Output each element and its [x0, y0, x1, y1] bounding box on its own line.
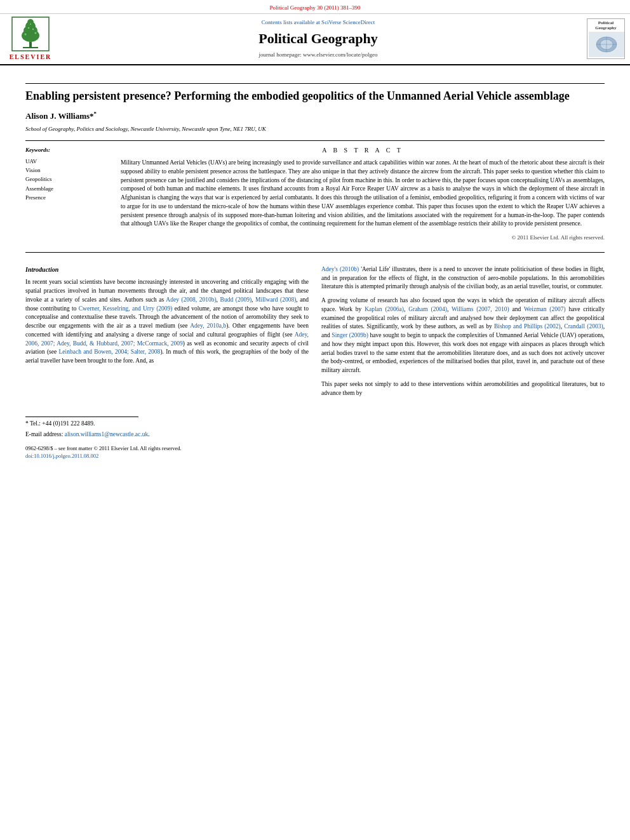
ref-adey-2008[interactable]: Adey (2008, 2010b)	[166, 297, 216, 303]
journal-header: Political Geography 30 (2011) 381–390	[0, 0, 630, 65]
ref-millward[interactable]: Millward (2008)	[255, 297, 296, 303]
top-divider	[25, 83, 605, 84]
abstract-col: A B S T R A C T Military Unmanned Aerial…	[121, 146, 605, 242]
article-columns: Introduction In recent years social scie…	[25, 265, 605, 460]
right-para-2: A growing volume of research has also fo…	[321, 297, 605, 375]
ref-weizman[interactable]: Weizman (2007)	[524, 306, 566, 312]
ref-bishop[interactable]: Bishop and Phillips (2002)	[494, 323, 561, 330]
email-link[interactable]: alison.williams1@newcastle.ac.uk	[65, 431, 148, 437]
col-left: Introduction In recent years social scie…	[25, 265, 309, 460]
journal-homepage: journal homepage: www.elsevier.com/locat…	[56, 51, 580, 59]
abstract-text: Military Unmanned Aerial Vehicles (UAVs)…	[121, 159, 605, 229]
svg-point-6	[25, 33, 27, 35]
doi-link[interactable]: doi:10.1016/j.polgeo.2011.08.002	[25, 453, 98, 459]
svg-point-8	[28, 27, 29, 28]
journal-name: Political Geography	[56, 29, 580, 49]
ref-williams-2007[interactable]: Williams (2007, 2010)	[452, 306, 509, 312]
page: Political Geography 30 (2011) 381–390	[0, 0, 630, 840]
ref-crandall[interactable]: Crandall (2003)	[564, 323, 603, 330]
ref-kaplan[interactable]: Kaplan (2006a)	[365, 306, 404, 312]
issn-line: 0962-6298/$ – see front matter © 2011 El…	[25, 444, 309, 452]
thumb-box: PoliticalGeography	[587, 18, 625, 60]
keyword-assemblage: Assemblage	[25, 184, 108, 193]
doi-area: 0962-6298/$ – see front matter © 2011 El…	[25, 444, 309, 460]
keyword-vision: Vision	[25, 166, 108, 175]
left-para-1: In recent years social scientists have b…	[25, 278, 309, 366]
article-body: Enabling persistent presence? Performing…	[0, 65, 630, 473]
copyright-line: © 2011 Elsevier Ltd. All rights reserved…	[121, 234, 605, 242]
elsevier-label: ELSEVIER	[10, 53, 52, 62]
footnote-tel: * Tel.: +44 (0)191 222 8489.	[25, 420, 309, 429]
author-affiliation: School of Geography, Politics and Sociol…	[25, 125, 605, 133]
keyword-presence: Presence	[25, 193, 108, 202]
svg-point-10	[30, 23, 31, 25]
ref-adey-2010b[interactable]: Adey's (2010b)	[321, 266, 359, 272]
journal-citation: Political Geography 30 (2011) 381–390	[269, 4, 360, 11]
ref-leinbach[interactable]: Leinbach and Bowen, 2004; Salter, 2008	[59, 349, 161, 355]
elsevier-tree-icon	[11, 17, 50, 51]
keywords-col: Keywords: UAV Vision Geopolitics Assembl…	[25, 146, 108, 242]
keywords-title: Keywords:	[25, 146, 108, 154]
keywords-list: UAV Vision Geopolitics Assemblage Presen…	[25, 157, 108, 203]
col-right: Adey's (2010b) 'Aerial Life' illustrates…	[321, 265, 605, 460]
ref-adey-2006[interactable]: Adey, 2006, 2007; Adey, Budd, & Hubbard,…	[25, 331, 309, 347]
ref-graham[interactable]: Graham (2004)	[408, 306, 447, 312]
journal-thumb: PoliticalGeography	[580, 18, 625, 60]
svg-point-9	[32, 28, 34, 29]
footnote-email: E-mail address: alison.williams1@newcast…	[25, 430, 309, 439]
journal-center: Contents lists available at SciVerse Sci…	[56, 18, 580, 59]
right-para-1: Adey's (2010b) 'Aerial Life' illustrates…	[321, 265, 605, 291]
ref-budd[interactable]: Budd (2009)	[220, 297, 252, 303]
abstract-label: A B S T R A C T	[121, 146, 605, 155]
article-author: Alison J. Williams**	[25, 110, 605, 123]
sciverse-text: Contents lists available at SciVerse Sci…	[56, 18, 580, 27]
article-title: Enabling persistent presence? Performing…	[25, 89, 605, 103]
keyword-geopolitics: Geopolitics	[25, 175, 108, 183]
thumb-title: PoliticalGeography	[589, 20, 623, 31]
author-name: Alison J. Williams**	[25, 111, 97, 121]
footnote-divider	[25, 417, 138, 417]
ref-singer[interactable]: Singer (2009b)	[332, 332, 368, 338]
doi-line: doi:10.1016/j.polgeo.2011.08.002	[25, 452, 309, 460]
svg-rect-1	[23, 47, 38, 48]
meta-row: Keywords: UAV Vision Geopolitics Assembl…	[25, 146, 605, 242]
journal-title-row: ELSEVIER Contents lists available at Sci…	[0, 14, 630, 64]
keyword-uav: UAV	[25, 157, 108, 166]
svg-point-7	[35, 32, 37, 34]
thumb-img	[589, 32, 624, 57]
bottom-divider	[25, 252, 605, 253]
ref-adey-2010ab[interactable]: Adey, 2010a,b	[190, 323, 226, 329]
mid-divider	[25, 140, 605, 141]
footnotes-area: * Tel.: +44 (0)191 222 8489. E-mail addr…	[25, 417, 309, 439]
right-para-3: This paper seeks not simply to add to th…	[321, 380, 605, 398]
elsevier-logo: ELSEVIER	[5, 17, 56, 62]
ref-cwerner[interactable]: Cwerner, Kesselring, and Urry (2009)	[79, 305, 173, 312]
journal-top-bar: Political Geography 30 (2011) 381–390	[0, 3, 630, 14]
section-title-intro: Introduction	[25, 265, 309, 275]
